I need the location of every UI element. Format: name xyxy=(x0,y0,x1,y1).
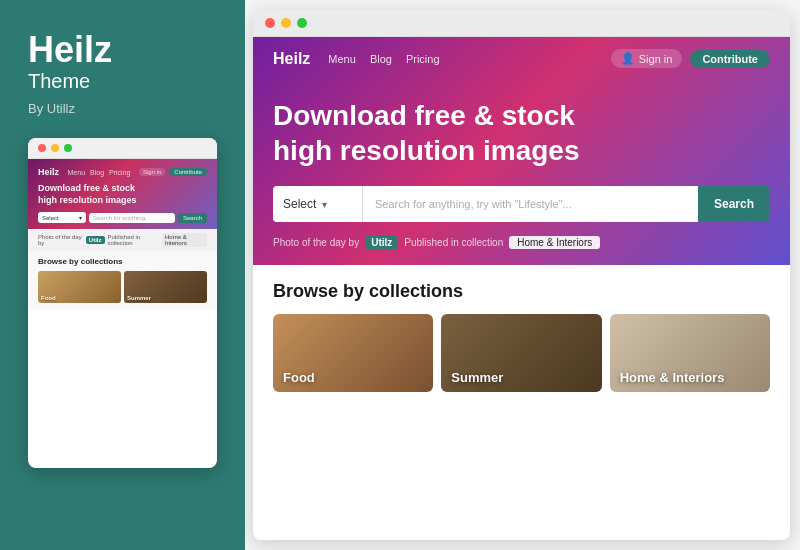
mini-collections: Browse by collections Food Summer xyxy=(28,251,217,309)
left-panel: Heilz Theme By Utillz Heilz Menu Blog Pr… xyxy=(0,0,245,550)
mini-signin: Sign in xyxy=(139,168,165,176)
mini-tag-home: Home & Interiors xyxy=(162,233,207,247)
main-search-row: Select ▾ Search for anything, try with "… xyxy=(273,186,770,222)
mini-contribute: Contribute xyxy=(169,168,207,176)
mini-select-arrow: ▾ xyxy=(79,214,82,221)
dot-green xyxy=(64,144,72,152)
main-hero-section: Heilz Menu Blog Pricing 👤 Sign in Contri… xyxy=(253,37,790,265)
user-icon: 👤 xyxy=(621,52,635,65)
mini-nav-menu: Menu xyxy=(68,169,86,176)
brand-by: By Utillz xyxy=(28,101,217,116)
mini-tag-photo: Photo of the day by xyxy=(38,234,83,246)
right-panel: Heilz Menu Blog Pricing 👤 Sign in Contri… xyxy=(245,0,800,550)
mini-coll-title: Browse by collections xyxy=(38,257,207,266)
main-select-arrow-icon: ▾ xyxy=(322,199,327,210)
browse-grid: Food Summer Home & Interiors xyxy=(273,314,770,392)
browse-item-home-interiors[interactable]: Home & Interiors xyxy=(610,314,770,392)
main-search-btn[interactable]: Search xyxy=(698,186,770,222)
main-tag-utilz: Utilz xyxy=(365,236,398,249)
main-nav-blog[interactable]: Blog xyxy=(370,53,392,65)
main-dot-yellow xyxy=(281,18,291,28)
main-nav-menu[interactable]: Menu xyxy=(328,53,356,65)
main-select[interactable]: Select ▾ xyxy=(273,186,363,222)
browse-home-int-label: Home & Interiors xyxy=(620,370,725,385)
main-browser-bar xyxy=(253,10,790,37)
main-nav: Heilz Menu Blog Pricing 👤 Sign in Contri… xyxy=(273,49,770,68)
brand-title: Heilz xyxy=(28,32,217,68)
mini-nav-blog: Blog xyxy=(90,169,104,176)
main-hero-title: Download free & stockhigh resolution ima… xyxy=(273,98,693,168)
main-select-label: Select xyxy=(283,197,316,211)
main-search-input[interactable]: Search for anything, try with "Lifestyle… xyxy=(363,186,698,222)
mini-hero-text: Download free & stockhigh resolution ima… xyxy=(38,183,207,206)
mini-nav-brand: Heilz xyxy=(38,167,59,177)
mini-coll-grid: Food Summer xyxy=(38,271,207,303)
brand-subtitle: Theme xyxy=(28,70,217,93)
browse-food-label: Food xyxy=(283,370,315,385)
main-search-placeholder: Search for anything, try with "Lifestyle… xyxy=(375,198,572,210)
mini-coll-summer[interactable]: Summer xyxy=(124,271,207,303)
browse-item-food[interactable]: Food xyxy=(273,314,433,392)
mini-browser-bar xyxy=(28,138,217,159)
main-nav-pricing[interactable]: Pricing xyxy=(406,53,440,65)
main-tag-photo-day: Photo of the day by xyxy=(273,237,359,248)
main-browse-section: Browse by collections Food Summer Home &… xyxy=(253,265,790,404)
main-browser-mockup: Heilz Menu Blog Pricing 👤 Sign in Contri… xyxy=(253,10,790,540)
mini-coll-summer-label: Summer xyxy=(127,295,151,301)
main-contribute-btn[interactable]: Contribute xyxy=(690,50,770,68)
main-signin-btn[interactable]: 👤 Sign in xyxy=(611,49,683,68)
mini-tag-pub: Published in collection xyxy=(108,234,159,246)
main-signin-label: Sign in xyxy=(639,53,673,65)
browse-title: Browse by collections xyxy=(273,281,770,302)
mini-nav-right: Sign in Contribute xyxy=(139,168,207,176)
mini-coll-food[interactable]: Food xyxy=(38,271,121,303)
mini-tag-utilz: Utilz xyxy=(86,236,105,244)
main-dot-green xyxy=(297,18,307,28)
main-nav-right: 👤 Sign in Contribute xyxy=(611,49,770,68)
main-tag-published: Published in collection xyxy=(404,237,503,248)
mini-nav-links: Menu Blog Pricing xyxy=(68,169,131,176)
mini-search-input[interactable]: Search for anything... xyxy=(89,213,175,223)
main-tags: Photo of the day by Utilz Published in c… xyxy=(273,236,770,249)
mini-select-label: Select xyxy=(42,215,59,221)
mini-select[interactable]: Select ▾ xyxy=(38,212,86,223)
main-nav-brand: Heilz xyxy=(273,50,310,68)
browse-item-summer[interactable]: Summer xyxy=(441,314,601,392)
mini-search-btn[interactable]: Search xyxy=(178,213,207,223)
mini-coll-food-label: Food xyxy=(41,295,56,301)
browse-summer-label: Summer xyxy=(451,370,503,385)
mini-hero-section: Heilz Menu Blog Pricing Sign in Contribu… xyxy=(28,159,217,229)
mini-nav-pricing: Pricing xyxy=(109,169,130,176)
mini-tags: Photo of the day by Utilz Published in c… xyxy=(28,229,217,251)
main-nav-links: Menu Blog Pricing xyxy=(328,53,439,65)
dot-yellow xyxy=(51,144,59,152)
mini-nav: Heilz Menu Blog Pricing Sign in Contribu… xyxy=(38,167,207,177)
main-tag-home-int: Home & Interiors xyxy=(509,236,600,249)
main-dot-red xyxy=(265,18,275,28)
mini-browser-mockup: Heilz Menu Blog Pricing Sign in Contribu… xyxy=(28,138,217,468)
mini-search-row: Select ▾ Search for anything... Search xyxy=(38,212,207,223)
dot-red xyxy=(38,144,46,152)
